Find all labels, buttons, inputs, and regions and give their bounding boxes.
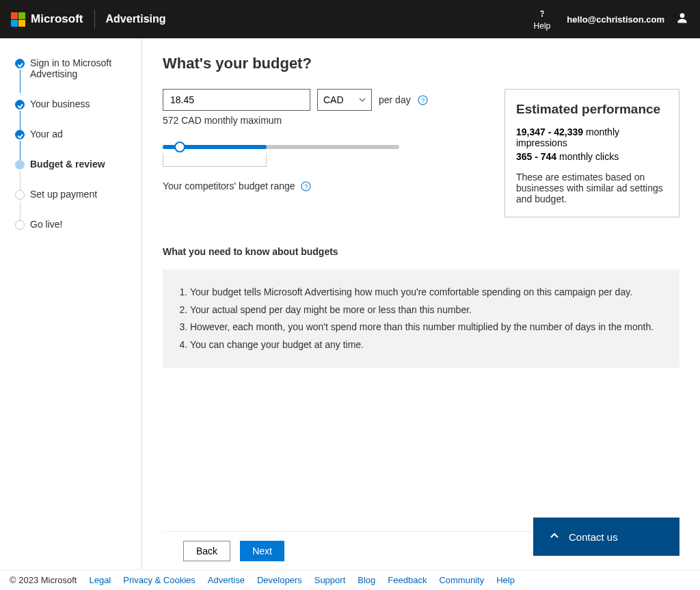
step-set-up-payment[interactable]: Set up payment bbox=[15, 189, 142, 200]
competitors-help-icon[interactable]: ? bbox=[301, 181, 311, 191]
page-footer: © 2023 Microsoft Legal Privacy & Cookies… bbox=[0, 569, 700, 590]
step-sign-in[interactable]: Sign in to Microsoft Advertising bbox=[15, 57, 142, 79]
step-check-icon bbox=[15, 59, 25, 68]
perf-impressions-range: 19,347 - 42,339 bbox=[516, 126, 583, 137]
know-item: Your actual spend per day might be more … bbox=[190, 304, 663, 317]
app-header: Microsoft Advertising Help hello@cchrist… bbox=[0, 0, 700, 38]
brand-label: Microsoft bbox=[31, 12, 83, 26]
budget-help-icon[interactable]: ? bbox=[418, 95, 428, 105]
step-go-live[interactable]: Go live! bbox=[15, 219, 142, 230]
header-divider bbox=[94, 10, 95, 29]
wizard-steps: Sign in to Microsoft Advertising Your bu… bbox=[15, 57, 142, 230]
know-item: You can change your budget at any time. bbox=[190, 338, 663, 352]
step-your-ad[interactable]: Your ad bbox=[15, 129, 142, 139]
help-icon bbox=[537, 8, 548, 21]
copyright: © 2023 Microsoft bbox=[10, 575, 77, 585]
contact-us-button[interactable]: Contact us bbox=[533, 518, 679, 556]
per-day-label: per day bbox=[379, 94, 411, 105]
svg-text:?: ? bbox=[304, 183, 308, 189]
page-title: What's your budget? bbox=[163, 55, 679, 72]
svg-point-0 bbox=[541, 15, 542, 16]
budget-input[interactable] bbox=[163, 89, 310, 111]
perf-note: These are estimates based on businesses … bbox=[516, 172, 668, 204]
competitors-label: Your competitors' budget range bbox=[163, 180, 295, 191]
help-label: Help bbox=[534, 21, 551, 31]
step-current-icon bbox=[15, 160, 25, 170]
footer-link-community[interactable]: Community bbox=[439, 575, 484, 585]
slider-track bbox=[163, 145, 399, 149]
know-item: Your budget tells Microsoft Advertising … bbox=[190, 286, 663, 299]
step-label: Your ad bbox=[30, 129, 63, 139]
back-button[interactable]: Back bbox=[183, 541, 230, 561]
footer-link-legal[interactable]: Legal bbox=[89, 575, 111, 585]
next-button[interactable]: Next bbox=[240, 541, 284, 561]
currency-select[interactable]: CAD bbox=[317, 89, 372, 111]
svg-point-1 bbox=[680, 13, 685, 18]
currency-value: CAD bbox=[323, 94, 344, 105]
know-item: However, each month, you won't spend mor… bbox=[190, 321, 663, 334]
monthly-max-label: 572 CAD monthly maximum bbox=[163, 115, 489, 126]
step-label: Set up payment bbox=[30, 189, 97, 200]
microsoft-logo-icon bbox=[11, 12, 25, 27]
footer-link-advertise[interactable]: Advertise bbox=[208, 575, 245, 585]
step-todo-icon bbox=[15, 220, 25, 230]
budget-slider[interactable] bbox=[163, 145, 399, 167]
user-icon[interactable] bbox=[675, 11, 689, 27]
chevron-down-icon bbox=[359, 94, 366, 105]
chevron-up-icon bbox=[550, 531, 559, 543]
footer-link-support[interactable]: Support bbox=[314, 575, 346, 585]
step-label: Go live! bbox=[30, 219, 62, 230]
user-email[interactable]: hello@cchristison.com bbox=[567, 14, 664, 25]
step-todo-icon bbox=[15, 190, 25, 200]
footer-link-privacy[interactable]: Privacy & Cookies bbox=[123, 575, 195, 585]
footer-link-feedback[interactable]: Feedback bbox=[388, 575, 427, 585]
footer-link-help[interactable]: Help bbox=[496, 575, 515, 585]
step-label: Sign in to Microsoft Advertising bbox=[30, 57, 111, 79]
slider-thumb[interactable] bbox=[174, 142, 185, 152]
page-content: What's your budget? CAD per day ? 572 CA… bbox=[142, 38, 700, 569]
contact-label: Contact us bbox=[569, 531, 618, 543]
step-your-business[interactable]: Your business bbox=[15, 98, 142, 109]
microsoft-logo[interactable]: Microsoft bbox=[11, 12, 83, 27]
footer-link-blog[interactable]: Blog bbox=[358, 575, 375, 585]
slider-range-box bbox=[163, 153, 267, 167]
main-area: Sign in to Microsoft Advertising Your bu… bbox=[0, 38, 700, 569]
wizard-sidebar: Sign in to Microsoft Advertising Your bu… bbox=[0, 38, 142, 569]
know-title: What you need to know about budgets bbox=[163, 246, 679, 257]
product-label: Advertising bbox=[106, 13, 166, 25]
svg-text:?: ? bbox=[421, 96, 425, 103]
perf-clicks-label: monthly clicks bbox=[559, 151, 619, 162]
step-check-icon bbox=[15, 130, 25, 139]
know-box: Your budget tells Microsoft Advertising … bbox=[163, 269, 679, 368]
help-button[interactable]: Help bbox=[534, 8, 551, 31]
estimated-performance-card: Estimated performance 19,347 - 42,339 mo… bbox=[504, 89, 679, 217]
perf-clicks-range: 365 - 744 bbox=[516, 151, 556, 162]
step-check-icon bbox=[15, 100, 25, 109]
step-label: Your business bbox=[30, 98, 90, 109]
step-budget-review[interactable]: Budget & review bbox=[15, 159, 142, 170]
perf-title: Estimated performance bbox=[516, 102, 668, 117]
step-label: Budget & review bbox=[30, 159, 105, 170]
footer-link-developers[interactable]: Developers bbox=[257, 575, 302, 585]
